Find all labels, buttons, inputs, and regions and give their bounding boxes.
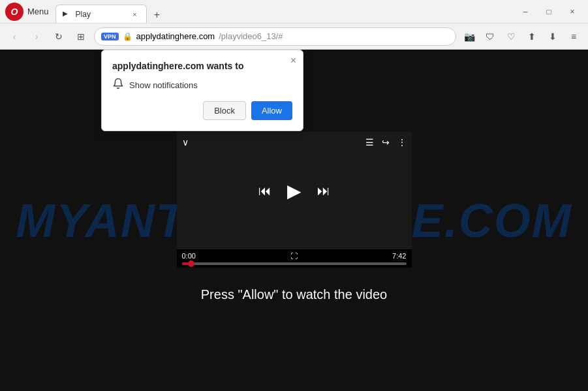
new-tab-button[interactable]: +	[149, 7, 165, 23]
reload-button[interactable]: ↻	[50, 27, 68, 46]
active-tab[interactable]: ▶ Play ×	[55, 5, 147, 23]
url-path: /playvideo6_13/#	[219, 31, 283, 41]
fullscreen-button[interactable]: ⛶	[290, 252, 298, 260]
more-options-icon[interactable]: ⋮	[397, 137, 407, 148]
share-button[interactable]: ⬆	[523, 27, 541, 46]
opera-logo: O	[11, 7, 18, 17]
maximize-button[interactable]: □	[538, 4, 559, 20]
window-controls: – □ ×	[515, 4, 583, 20]
popup-permission-row: Show notifications	[112, 78, 292, 92]
tab-close-button[interactable]: ×	[131, 10, 140, 19]
skip-back-button[interactable]: ⏮	[258, 183, 271, 198]
browser-frame: O Menu ▶ Play × + – □ × ‹ › ↻ ⊞ VPN 🔒 ap…	[0, 0, 588, 391]
video-top-bar: ∨ ☰ ↪ ⋮	[182, 137, 407, 148]
video-top-controls: ☰ ↪ ⋮	[365, 137, 407, 148]
close-button[interactable]: ×	[562, 4, 583, 20]
notification-permission-icon	[112, 78, 124, 92]
grid-button[interactable]: ⊞	[72, 27, 90, 46]
toolbar-right: 📷 🛡 ♡ ⬆ ⬇ ≡	[460, 27, 583, 46]
tab-title: Play	[76, 10, 127, 19]
page-content: MYANTISPYWARE.COM ∨ ☰ ↪ ⋮ ⏮ ▶	[0, 50, 588, 391]
download-button[interactable]: ⬇	[544, 27, 562, 46]
title-bar: O Menu ▶ Play × + – □ ×	[0, 0, 588, 23]
popup-buttons: Block Allow	[112, 101, 292, 120]
forward-button[interactable]: ›	[27, 27, 46, 46]
opera-menu-button[interactable]: O	[5, 3, 23, 21]
url-domain: applydatinghere.com	[136, 31, 215, 41]
popup-title: applydatinghere.com wants to	[112, 61, 292, 71]
progress-bar[interactable]	[182, 262, 407, 265]
share-icon[interactable]: ↪	[382, 137, 390, 148]
block-button[interactable]: Block	[203, 101, 246, 120]
vpn-badge: VPN	[101, 33, 119, 40]
progress-handle[interactable]	[188, 260, 194, 267]
notification-popup: × applydatinghere.com wants to Show noti…	[101, 50, 303, 131]
press-allow-text: Press "Allow" to watch the video	[201, 287, 387, 302]
browser-menu-button[interactable]: ≡	[565, 27, 583, 46]
popup-close-button[interactable]: ×	[290, 55, 296, 66]
tab-favicon: ▶	[63, 10, 72, 19]
shield-button[interactable]: 🛡	[481, 27, 499, 46]
skip-forward-button[interactable]: ⏭	[317, 183, 330, 198]
time-bar: 0:00 ⛶ 7:42	[182, 252, 407, 260]
heart-button[interactable]: ♡	[502, 27, 520, 46]
notification-permission-text: Show notifications	[129, 80, 198, 90]
camera-button[interactable]: 📷	[460, 27, 478, 46]
chevron-down-icon[interactable]: ∨	[182, 137, 189, 148]
video-bottom-controls: 0:00 ⛶ 7:42	[177, 249, 412, 268]
add-to-queue-icon[interactable]: ☰	[365, 137, 374, 148]
menu-label[interactable]: Menu	[27, 7, 49, 16]
tabs-area: ▶ Play × +	[55, 0, 515, 23]
video-screen: ∨ ☰ ↪ ⋮ ⏮ ▶ ⏭	[177, 132, 412, 249]
address-bar: ‹ › ↻ ⊞ VPN 🔒 applydatinghere.com /playv…	[0, 23, 588, 50]
play-controls: ⏮ ▶ ⏭	[258, 180, 330, 202]
play-button[interactable]: ▶	[287, 180, 302, 202]
video-player: ∨ ☰ ↪ ⋮ ⏮ ▶ ⏭ 0:00	[177, 132, 412, 268]
back-button[interactable]: ‹	[5, 27, 23, 46]
lock-icon: 🔒	[123, 32, 132, 41]
total-time: 7:42	[392, 252, 406, 260]
allow-button[interactable]: Allow	[251, 101, 292, 120]
url-bar[interactable]: VPN 🔒 applydatinghere.com /playvideo6_13…	[94, 27, 456, 46]
current-time: 0:00	[182, 252, 196, 260]
minimize-button[interactable]: –	[515, 4, 536, 20]
